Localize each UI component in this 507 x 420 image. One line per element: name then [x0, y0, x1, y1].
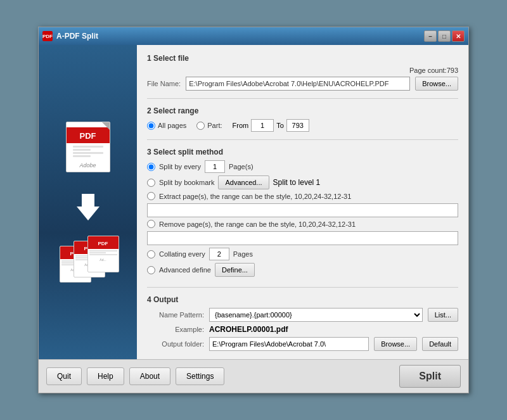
define-button[interactable]: Define...: [215, 263, 255, 277]
radio-advanced-define[interactable]: [147, 266, 155, 274]
split-level-label: Split to level 1: [273, 178, 321, 187]
radio-split-every[interactable]: [147, 163, 155, 171]
main-window: PDF A-PDF Split – □ ✕ PDF: [38, 27, 469, 393]
extract-block: Extract page(s), the range can be the st…: [147, 192, 458, 217]
collating-pages-label: Pages: [233, 250, 253, 258]
about-button[interactable]: About: [129, 367, 170, 385]
remove-block: Remove page(s), the range can be the sty…: [147, 220, 458, 245]
app-icon: PDF: [42, 31, 53, 41]
output-folder-row: Output folder: Browse... Default: [147, 337, 458, 351]
radio-part[interactable]: Part:: [196, 122, 222, 130]
section-output: 4 Output Name Pattern: {basename}.{part:…: [147, 295, 458, 354]
collating-input[interactable]: [209, 248, 229, 260]
filename-label: File Name:: [147, 80, 181, 87]
section-select-range: 2 Select range All pages Part: From To: [147, 106, 458, 132]
pdf-label-top: PDF: [80, 131, 96, 141]
to-input[interactable]: [286, 119, 309, 132]
to-label: To: [276, 122, 284, 129]
split-every-label: Split by every: [159, 163, 201, 170]
settings-button[interactable]: Settings: [176, 367, 224, 385]
title-bar: PDF A-PDF Split – □ ✕: [39, 27, 468, 45]
main-area: PDF Adobe: [39, 45, 468, 359]
bottom-bar: Quit Help About Settings Split: [39, 359, 468, 393]
minimize-button[interactable]: –: [424, 30, 437, 42]
part-label: Part:: [207, 122, 222, 129]
extract-label: Extract page(s), the range can be the st…: [159, 193, 351, 200]
split-every-row: Split by every Page(s): [147, 160, 458, 173]
radio-extract[interactable]: [147, 192, 155, 200]
radio-collating[interactable]: [147, 250, 155, 258]
example-value: ACROHELP.00001.pdf: [209, 325, 288, 334]
pdf-icon-top: PDF Adobe: [63, 122, 113, 179]
output-folder-input[interactable]: [209, 337, 369, 351]
name-pattern-row: Name Pattern: {basename}.{part:00000} Li…: [147, 308, 458, 322]
radio-remove[interactable]: [147, 220, 155, 228]
radio-part-input[interactable]: [196, 122, 205, 130]
filename-input[interactable]: [186, 77, 410, 91]
advanced-button[interactable]: Advanced...: [218, 175, 269, 189]
advanced-define-label: Advanced define: [159, 266, 211, 274]
browse-file-button[interactable]: Browse...: [415, 77, 458, 91]
window-title: A-PDF Split: [56, 32, 424, 41]
browse-folder-button[interactable]: Browse...: [374, 337, 417, 351]
example-row: Example: ACROHELP.00001.pdf: [147, 325, 458, 334]
list-button[interactable]: List...: [428, 308, 458, 322]
close-button[interactable]: ✕: [452, 30, 465, 42]
section-split-method: 3 Select split method Split by every Pag…: [147, 148, 458, 279]
all-pages-label: All pages: [158, 122, 186, 129]
name-pattern-select[interactable]: {basename}.{part:00000}: [209, 308, 423, 322]
section-select-file: 1 Select file Page count:793 File Name: …: [147, 54, 458, 91]
collating-row: Collating every Pages: [147, 248, 458, 260]
extract-input[interactable]: [147, 203, 458, 217]
default-button[interactable]: Default: [422, 337, 458, 351]
split-every-input[interactable]: [205, 160, 225, 173]
sidebar: PDF Adobe: [39, 45, 137, 359]
split-bookmark-label: Split by bookmark: [159, 179, 214, 186]
split-bookmark-row: Split by bookmark Advanced... Split to l…: [147, 175, 458, 189]
arrow-icon: [72, 191, 104, 223]
collating-label: Collating every: [159, 250, 205, 258]
page-count: Page count:793: [409, 67, 458, 74]
maximize-button[interactable]: □: [438, 30, 451, 42]
content-panel: 1 Select file Page count:793 File Name: …: [137, 45, 468, 359]
section1-label: 1 Select file: [147, 54, 458, 63]
radio-split-bookmark[interactable]: [147, 179, 155, 187]
help-button[interactable]: Help: [87, 367, 124, 385]
example-label: Example:: [147, 326, 204, 333]
name-pattern-wrapper: {basename}.{part:00000}: [209, 308, 423, 322]
pdf-icons-small: PDF Adobe PDF Adobe: [60, 236, 117, 283]
from-label: From: [233, 122, 249, 129]
advanced-define-row: Advanced define Define...: [147, 263, 458, 277]
quit-button[interactable]: Quit: [46, 367, 82, 385]
range-inputs: From To: [233, 119, 309, 132]
section3-label: 3 Select split method: [147, 148, 458, 156]
radio-all-pages-input[interactable]: [147, 122, 155, 130]
radio-all-pages[interactable]: All pages: [147, 122, 186, 130]
from-input[interactable]: [251, 119, 274, 132]
pages-label: Page(s): [229, 163, 254, 170]
output-folder-label: Output folder:: [147, 340, 204, 348]
name-pattern-label: Name Pattern:: [147, 311, 204, 319]
section2-label: 2 Select range: [147, 106, 458, 115]
remove-label: Remove page(s), the range can be the sty…: [159, 220, 356, 228]
remove-input[interactable]: [147, 231, 458, 245]
split-button[interactable]: Split: [399, 365, 461, 388]
window-controls: – □ ✕: [424, 30, 465, 42]
section4-label: 4 Output: [147, 295, 458, 304]
